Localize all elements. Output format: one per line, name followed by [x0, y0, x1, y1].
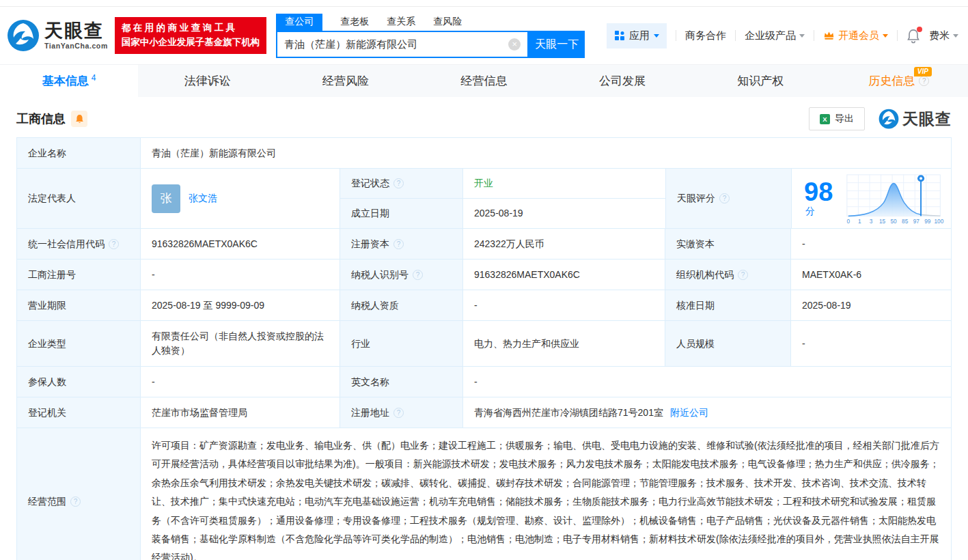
field-label: 登记状态 ? [340, 169, 463, 198]
notification-dot [917, 27, 922, 32]
crown-icon [823, 30, 835, 41]
slogan-banner: 都在用的商业查询工具 国家中小企业发展子基金旗下机构 [115, 17, 267, 54]
username: 费米 [929, 29, 950, 42]
vip-label: 开通会员 [838, 29, 879, 42]
field-label: 注册资本 ? [340, 229, 463, 259]
help-icon[interactable]: ? [393, 239, 404, 249]
search-area: 查公司 查老板 查关系 查风险 青油（茫崖）新能源有限公司 × 天眼一下 [276, 13, 585, 58]
subscribe-bell-icon[interactable] [71, 111, 87, 127]
tab-label: 历史信息 [868, 73, 915, 89]
user-menu[interactable]: 费米 [929, 29, 958, 42]
label-text: 注册地址 [351, 406, 389, 420]
help-icon[interactable]: ? [413, 270, 423, 280]
header-nav: 应用 商务合作 企业级产品 开通会员 [607, 23, 958, 48]
label-text: 注册资本 [351, 237, 389, 251]
table-row: 参保人数 - 英文名称 - [17, 367, 951, 397]
svg-text:99: 99 [924, 219, 931, 225]
chart-x-ticks: 0 1 3 15 50 85 97 99 100 [846, 219, 943, 225]
help-icon[interactable]: ? [719, 193, 730, 204]
tab-company-development[interactable]: 公司发展 [553, 65, 691, 97]
avatar[interactable]: 张 [152, 184, 180, 213]
credit-code-value: 91632826MAETX0AK6C [141, 229, 340, 259]
svg-text:X: X [822, 115, 827, 123]
tab-operation-risk[interactable]: 经营风险 [277, 65, 415, 97]
help-icon[interactable]: ? [109, 239, 119, 249]
table-row: 登记机关 茫崖市市场监督管理局 注册地址 ? 青海省海西州茫崖市冷湖镇团结路71… [17, 397, 951, 428]
site-logo[interactable]: 天眼查 TianYanCha.com [7, 19, 108, 52]
table-row: 法定代表人 张 张文浩 登记状态 ? 开业 成立日期 2025-08-19 [17, 169, 951, 229]
field-label: 成立日期 [340, 199, 463, 228]
help-icon[interactable]: ? [919, 76, 929, 86]
logo-domain: TianYanCha.com [44, 42, 108, 50]
tab-basic-info[interactable]: 基本信息 4 [0, 65, 138, 97]
clear-icon[interactable]: × [508, 38, 521, 51]
svg-text:15: 15 [879, 219, 886, 225]
help-icon[interactable]: ? [393, 408, 404, 418]
slogan-line2: 国家中小企业发展子基金旗下机构 [122, 36, 260, 50]
logo-title: 天眼查 [44, 21, 108, 40]
grid-icon [614, 30, 625, 41]
search-tab-boss[interactable]: 查老板 [340, 16, 369, 31]
label-text: 纳税人识别号 [351, 268, 409, 282]
apps-label: 应用 [629, 29, 650, 42]
svg-text:50: 50 [890, 219, 897, 225]
tab-intellectual-property[interactable]: 知识产权 [691, 65, 829, 97]
insured-count-value: - [141, 367, 340, 397]
taxpayer-quality-value: - [463, 290, 665, 320]
field-label: 英文名称 [340, 367, 463, 397]
tab-label: 知识产权 [737, 73, 784, 89]
notification-bell[interactable] [907, 28, 920, 44]
table-row: 工商注册号 - 纳税人识别号 ? 91632826MAETX0AK6C 组织机构… [17, 260, 951, 290]
search-tab-relation[interactable]: 查关系 [387, 16, 415, 31]
slogan-line1: 都在用的商业查询工具 [122, 21, 260, 36]
business-scope-value: 许可项目：矿产资源勘查；发电业务、输电业务、供（配）电业务；建设工程施工；供暖服… [141, 428, 951, 560]
search-button[interactable]: 天眼一下 [529, 31, 585, 58]
label-text: 天眼评分 [677, 191, 715, 206]
field-label: 工商注册号 [17, 260, 141, 290]
chevron-down-icon [799, 34, 805, 40]
tab-legal-litigation[interactable]: 法律诉讼 [138, 65, 276, 97]
field-label: 参保人数 [17, 367, 141, 397]
apps-menu[interactable]: 应用 [607, 23, 667, 48]
enterprise-label: 企业级产品 [745, 29, 796, 42]
tab-label: 经营信息 [460, 73, 507, 89]
table-row: 营业期限 2025-08-19 至 9999-09-09 纳税人资质 - 核准日… [17, 290, 951, 321]
export-button[interactable]: X 导出 [809, 107, 865, 130]
nearby-companies-link[interactable]: 附近公司 [670, 406, 708, 420]
business-info-table: 企业名称 青油（茫崖）新能源有限公司 法定代表人 张 张文浩 登记状态 ? 开业… [16, 137, 952, 560]
tab-operation-info[interactable]: 经营信息 [415, 65, 553, 97]
svg-text:97: 97 [913, 219, 919, 225]
field-label: 行业 [340, 321, 463, 366]
search-tabs: 查公司 查老板 查关系 查风险 [276, 13, 585, 31]
tab-history-info[interactable]: VIP 历史信息 ? [830, 65, 968, 97]
table-row: 企业类型 有限责任公司（非自然人投资或控股的法人独资） 行业 电力、热力生产和供… [17, 321, 951, 367]
reg-authority-value: 茫崖市市场监督管理局 [141, 397, 340, 428]
tab-label: 公司发展 [599, 73, 646, 89]
label-text: 组织机构代码 [676, 268, 734, 282]
logo-swirl-icon [7, 19, 40, 52]
field-label: 登记机关 [17, 397, 141, 428]
business-term-value: 2025-08-19 至 9999-09-09 [141, 290, 340, 320]
export-label: 导出 [835, 113, 854, 125]
search-tab-risk[interactable]: 查风险 [433, 16, 462, 31]
nav-open-vip[interactable]: 开通会员 [823, 29, 888, 42]
tyc-score-cell[interactable]: 98分 [792, 169, 951, 228]
tab-count: 4 [92, 73, 96, 83]
english-name-value: - [463, 367, 951, 397]
table-row: 经营范围 ? 许可项目：矿产资源勘查；发电业务、输电业务、供（配）电业务；建设工… [17, 428, 951, 560]
nav-divider [735, 30, 736, 41]
help-icon[interactable]: ? [393, 178, 404, 188]
reg-number-value: - [141, 260, 340, 290]
nav-cooperation[interactable]: 商务合作 [685, 29, 726, 42]
field-label: 法定代表人 [17, 169, 141, 228]
score-unit: 分 [805, 206, 815, 216]
score-value: 98 [804, 178, 833, 206]
nav-enterprise-products[interactable]: 企业级产品 [745, 29, 805, 42]
search-input[interactable]: 青油（茫崖）新能源有限公司 × [276, 31, 529, 58]
help-icon[interactable]: ? [738, 270, 748, 280]
table-row: 企业名称 青油（茫崖）新能源有限公司 [17, 138, 951, 169]
help-icon[interactable]: ? [70, 496, 81, 507]
search-tab-company[interactable]: 查公司 [276, 14, 322, 31]
legal-rep-link[interactable]: 张文浩 [189, 191, 217, 206]
svg-text:100: 100 [934, 219, 943, 225]
